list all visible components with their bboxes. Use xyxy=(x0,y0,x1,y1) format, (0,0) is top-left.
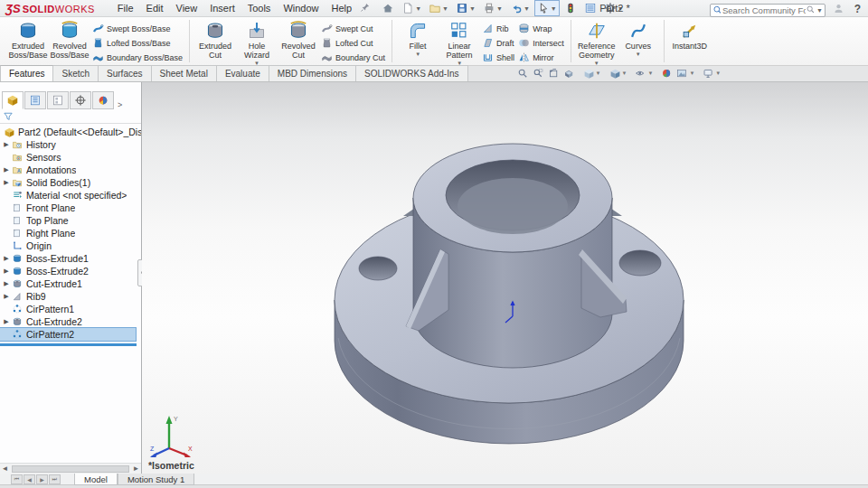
tab-evaluate[interactable]: Evaluate xyxy=(217,65,269,81)
search-box[interactable]: ▼ xyxy=(710,4,826,17)
menu-insert[interactable]: Insert xyxy=(203,1,241,15)
search-magnifier-icon[interactable] xyxy=(806,2,816,18)
revolved-cut-button[interactable]: Revolved Cut xyxy=(278,20,319,60)
linear-pattern-button[interactable]: Linear Pattern▼ xyxy=(439,20,480,66)
tree-horizontal-scrollbar[interactable]: ◄ ► xyxy=(0,463,141,474)
flange-part-model[interactable] xyxy=(142,82,868,474)
mirror-button[interactable]: Mirror xyxy=(516,51,566,64)
expand-arrow-icon[interactable]: ▶ xyxy=(2,293,11,300)
zoom-fit-button[interactable] xyxy=(515,67,531,80)
open-button[interactable]: ▼ xyxy=(426,0,451,16)
extruded-boss-button[interactable]: Extruded Boss/Base xyxy=(7,20,49,60)
next-study-button[interactable]: ▶ xyxy=(36,474,48,484)
view-orientation-button[interactable]: ▼ xyxy=(581,67,603,80)
dimxpert-tab[interactable] xyxy=(70,91,91,109)
previous-view-button[interactable] xyxy=(546,67,561,80)
dropdown-caret-icon[interactable]: ▼ xyxy=(715,70,721,76)
apply-scene-button[interactable]: ▼ xyxy=(675,67,696,80)
undo-button[interactable]: ▼ xyxy=(507,0,533,16)
tree-item-history[interactable]: ▶History xyxy=(0,138,141,151)
expand-arrow-icon[interactable]: ▶ xyxy=(2,280,11,287)
instant3d-button[interactable]: Instant3D xyxy=(669,20,711,51)
tab-surfaces[interactable]: Surfaces xyxy=(99,65,151,81)
menu-window[interactable]: Window xyxy=(277,1,325,15)
dropdown-caret-icon[interactable]: ▼ xyxy=(524,5,530,12)
tree-item-cut-extrude1[interactable]: ▶Cut-Extrude1 xyxy=(0,277,141,290)
extruded-cut-button[interactable]: Extruded Cut xyxy=(194,20,236,60)
pin-icon[interactable] xyxy=(360,0,371,16)
menu-edit[interactable]: Edit xyxy=(140,1,170,15)
tab-model[interactable]: Model xyxy=(74,474,118,485)
lofted-cut-button[interactable]: Lofted Cut xyxy=(319,36,387,50)
search-dropdown-caret[interactable]: ▼ xyxy=(816,7,823,14)
tree-item-sensors[interactable]: Sensors xyxy=(0,151,141,164)
dropdown-caret-icon[interactable]: ▼ xyxy=(415,52,420,57)
home-button[interactable] xyxy=(379,0,397,16)
shell-button[interactable]: Shell xyxy=(480,51,516,64)
intersect-button[interactable]: Intersect xyxy=(516,36,566,50)
tab-mbd-dimensions[interactable]: MBD Dimensions xyxy=(269,65,356,81)
expand-arrow-icon[interactable]: ▶ xyxy=(2,179,11,186)
dropdown-caret-icon[interactable]: ▼ xyxy=(442,5,448,12)
revolved-boss-button[interactable]: Revolved Boss/Base xyxy=(49,20,90,60)
tree-filter-row[interactable] xyxy=(0,109,141,124)
curves-button[interactable]: Curves▼ xyxy=(618,20,659,57)
tree-item-material-not-specified-[interactable]: Material <not specified> xyxy=(0,189,141,202)
prev-study-button[interactable]: ◀ xyxy=(24,474,35,484)
section-view-button[interactable] xyxy=(561,67,577,80)
last-study-button[interactable]: ⏭ xyxy=(49,474,61,484)
help-button[interactable]: ? xyxy=(854,3,861,15)
tree-item-origin[interactable]: Origin xyxy=(0,239,141,252)
dropdown-caret-icon[interactable]: ▼ xyxy=(415,5,421,12)
first-study-button[interactable]: ⏮ xyxy=(11,474,23,484)
swept-boss-button[interactable]: Swept Boss/Base xyxy=(90,22,184,35)
save-button[interactable]: ▼ xyxy=(453,0,478,16)
tab-motion-study-1[interactable]: Motion Study 1 xyxy=(118,474,194,485)
hole-wizard-button[interactable]: Hole Wizard▼ xyxy=(236,20,278,66)
lofted-boss-button[interactable]: Lofted Boss/Base xyxy=(90,36,184,50)
dropdown-caret-icon[interactable]: ▼ xyxy=(647,70,653,76)
rollback-bar[interactable] xyxy=(0,343,137,346)
scroll-left-arrow[interactable]: ◄ xyxy=(0,465,10,473)
dropdown-caret-icon[interactable]: ▼ xyxy=(689,70,694,76)
swept-cut-button[interactable]: Swept Cut xyxy=(319,22,387,35)
reference-triad[interactable]: Y X Z xyxy=(149,410,193,457)
tree-item-solid-bodies-1-[interactable]: ▶Solid Bodies(1) xyxy=(0,176,141,189)
scroll-thumb[interactable] xyxy=(12,465,129,473)
hide-show-button[interactable]: ▼ xyxy=(633,67,655,80)
dropdown-caret-icon[interactable]: ▼ xyxy=(596,70,601,76)
tree-item-annotations[interactable]: ▶AAnnotations xyxy=(0,164,141,176)
tree-item-rib9[interactable]: ▶Rib9 xyxy=(0,290,141,303)
propertymanager-tab[interactable] xyxy=(24,91,46,109)
user-login-icon[interactable] xyxy=(833,2,844,18)
zoom-area-button[interactable] xyxy=(531,67,546,80)
tab-sheet-metal[interactable]: Sheet Metal xyxy=(152,65,217,81)
rib-button[interactable]: Rib xyxy=(480,22,516,35)
tree-item-cirpattern1[interactable]: CirPattern1 xyxy=(0,303,141,315)
search-input[interactable] xyxy=(722,5,806,15)
boundary-boss-button[interactable]: Boundary Boss/Base xyxy=(90,51,184,64)
fillet-button[interactable]: Fillet▼ xyxy=(397,20,439,57)
configmanager-tab[interactable] xyxy=(47,91,69,109)
expand-arrow-icon[interactable]: ▶ xyxy=(2,318,11,325)
menu-view[interactable]: View xyxy=(170,1,204,15)
tree-item-cut-extrude2[interactable]: ▶Cut-Extrude2 xyxy=(0,315,141,328)
tree-item-boss-extrude2[interactable]: ▶Boss-Extrude2 xyxy=(0,265,141,277)
menu-file[interactable]: File xyxy=(111,1,140,15)
display-style-button[interactable]: ▼ xyxy=(608,67,629,80)
tree-item-top-plane[interactable]: Top Plane xyxy=(0,214,141,227)
dropdown-caret-icon[interactable]: ▼ xyxy=(469,5,476,12)
reference-geometry-button[interactable]: Reference Geometry▼ xyxy=(576,20,618,66)
boundary-cut-button[interactable]: Boundary Cut xyxy=(319,51,387,64)
expand-arrow-icon[interactable]: ▶ xyxy=(2,141,11,148)
panel-tabs-more-button[interactable]: > xyxy=(118,100,122,109)
tab-sketch[interactable]: Sketch xyxy=(53,65,99,81)
tab-features[interactable]: Features xyxy=(0,65,53,81)
graphics-viewport[interactable]: Y X Z *Isometric xyxy=(142,82,868,474)
tab-solidworks-add-ins[interactable]: SOLIDWORKS Add-Ins xyxy=(356,65,467,81)
wrap-button[interactable]: Wrap xyxy=(516,22,566,35)
view-settings-button[interactable]: ▼ xyxy=(701,67,722,80)
new-document-button[interactable]: ▼ xyxy=(399,0,424,16)
tree-item-front-plane[interactable]: Front Plane xyxy=(0,202,141,214)
tree-item-boss-extrude1[interactable]: ▶Boss-Extrude1 xyxy=(0,252,141,265)
